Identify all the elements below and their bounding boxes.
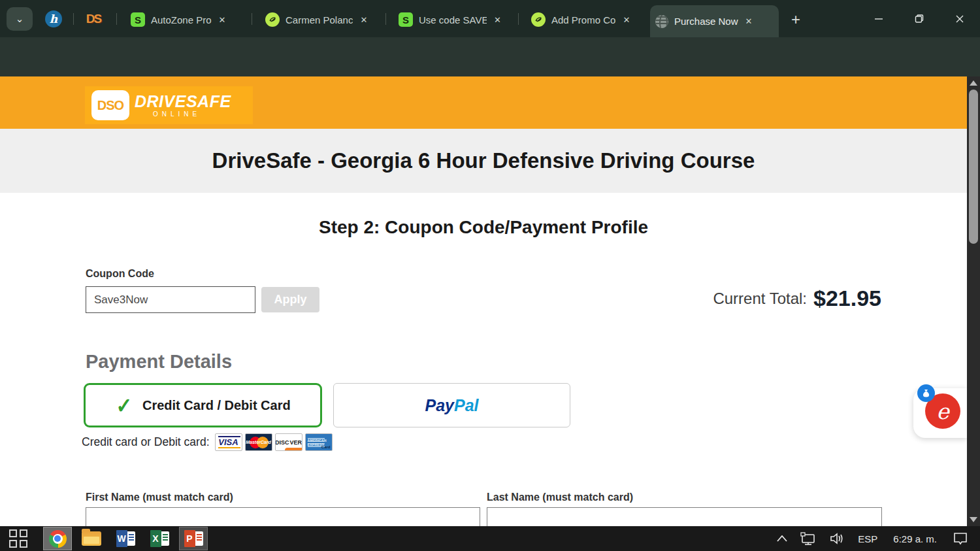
browser-toolbar: my.drivesafeonline.org/registration.aspx… — [0, 37, 980, 76]
paypal-option[interactable]: PayPal — [333, 383, 570, 427]
tab-title: Use code SAVE — [419, 14, 487, 25]
drivesafe-favicon: DS — [86, 12, 101, 26]
notification-center-button[interactable] — [946, 526, 980, 551]
taskbar: W X P ESP 6:29 a. m. — [0, 526, 980, 551]
last-name-label: Last Name (must match card) — [487, 492, 633, 503]
screen: ⌄ h DS S AutoZone Pro ✕ Carmen Polanc ✕ … — [0, 0, 980, 551]
course-title: DriveSafe - Georgia 6 Hour Defensive Dri… — [212, 148, 755, 173]
current-total-label: Current Total: — [713, 290, 807, 308]
credit-card-option-label: Credit Card / Debit Card — [142, 398, 291, 413]
tab-title: Purchase Now — [674, 16, 738, 27]
scroll-down-button[interactable] — [967, 513, 980, 526]
drivesafe-logo[interactable]: DSO DRIVESAFE ONLINE — [85, 86, 253, 124]
accepted-cards-label: Credit card or Debit card: — [82, 435, 210, 449]
tab-add-promo[interactable]: Add Promo Co ✕ — [526, 7, 642, 33]
taskbar-excel-button[interactable]: X — [145, 527, 174, 550]
chevron-down-icon: ⌄ — [16, 13, 24, 25]
tab-autozone[interactable]: S AutoZone Pro ✕ — [125, 7, 242, 33]
minimize-button[interactable] — [862, 0, 895, 37]
money-bag-icon — [917, 384, 935, 402]
logo-name: DRIVESAFE — [135, 93, 231, 110]
maximize-icon — [915, 14, 924, 24]
new-tab-button[interactable]: + — [785, 9, 806, 30]
tab-close-button[interactable]: ✕ — [742, 15, 756, 27]
tab-title: Add Promo Co — [551, 14, 615, 25]
amex-card-icon: AMERICAN EXPRESSCard — [305, 433, 333, 451]
logo-subtitle: ONLINE — [153, 111, 231, 118]
tab-divider — [518, 13, 519, 25]
visa-card-icon: VISA — [215, 433, 242, 451]
credit-card-option[interactable]: ✓ Credit Card / Debit Card — [84, 383, 322, 427]
clock[interactable]: 6:29 a. m. — [884, 526, 946, 551]
language-indicator[interactable]: ESP — [851, 526, 884, 551]
coupon-code-input[interactable] — [86, 286, 255, 313]
maximize-button[interactable] — [903, 0, 936, 37]
deals-favicon: S — [131, 12, 145, 27]
tab-use-code[interactable]: S Use code SAVE ✕ — [393, 7, 510, 33]
page-scrollbar[interactable] — [967, 76, 980, 526]
scrollbar-thumb[interactable] — [969, 90, 978, 244]
current-total-amount: $21.95 — [813, 286, 881, 311]
start-button[interactable] — [9, 529, 27, 548]
tab-divider — [116, 13, 117, 25]
check-icon: ✓ — [116, 393, 133, 418]
coupon-code-label: Coupon Code — [86, 268, 154, 280]
tab-close-button[interactable]: ✕ — [357, 14, 370, 26]
tab-purchase-now-active[interactable]: Purchase Now ✕ — [650, 5, 779, 37]
title-band: DriveSafe - Georgia 6 Hour Defensive Dri… — [0, 129, 967, 193]
apply-button[interactable]: Apply — [261, 287, 319, 312]
first-name-label: First Name (must match card) — [86, 492, 233, 503]
discover-card-icon: DISCVER — [275, 433, 302, 451]
pinned-tab-drivesafe[interactable]: DS — [85, 10, 102, 27]
taskbar-explorer-button[interactable] — [77, 527, 106, 550]
system-tray: ESP 6:29 a. m. — [770, 526, 980, 551]
accepted-cards-row: Credit card or Debit card: VISA MasterCa… — [82, 433, 335, 451]
globe-favicon — [655, 15, 668, 28]
tab-close-button[interactable]: ✕ — [491, 14, 504, 26]
taskbar-powerpoint-button[interactable]: P — [179, 527, 208, 550]
tab-close-button[interactable]: ✕ — [216, 14, 229, 26]
tab-carmen[interactable]: Carmen Polanc ✕ — [260, 7, 376, 33]
tab-divider — [252, 13, 252, 25]
tab-title: AutoZone Pro — [151, 14, 212, 25]
chrome-icon — [49, 530, 67, 548]
payment-details-heading: Payment Details — [86, 351, 232, 373]
site-banner: DSO DRIVESAFE ONLINE — [0, 76, 967, 129]
paypal-logo: Pay — [425, 396, 453, 415]
current-total: Current Total: $21.95 — [713, 286, 881, 311]
last-name-input[interactable] — [487, 507, 882, 526]
tab-bar: ⌄ h DS S AutoZone Pro ✕ Carmen Polanc ✕ … — [0, 0, 980, 37]
coupon-widget[interactable]: e — [913, 388, 967, 438]
word-icon: W — [116, 530, 135, 547]
page-content: DSO DRIVESAFE ONLINE DriveSafe - Georgia… — [0, 76, 967, 526]
first-name-input[interactable] — [86, 507, 480, 526]
network-icon[interactable] — [794, 526, 823, 551]
deals-favicon: S — [399, 12, 413, 27]
file-explorer-icon — [82, 531, 101, 546]
drivesafe-logo-mark: DSO — [91, 90, 129, 120]
excel-icon: X — [150, 530, 169, 547]
mastercard-card-icon: MasterCard — [245, 433, 272, 451]
coupon-favicon — [531, 12, 546, 27]
tab-close-button[interactable]: ✕ — [619, 14, 633, 26]
taskbar-chrome-button[interactable] — [43, 527, 72, 550]
minimize-icon — [874, 14, 883, 24]
coupon-favicon — [265, 12, 280, 27]
close-window-button[interactable] — [943, 0, 976, 37]
close-icon — [955, 14, 964, 24]
scroll-up-button[interactable] — [967, 76, 980, 90]
pinned-tab-honey[interactable]: h — [45, 10, 62, 27]
tab-divider — [73, 13, 74, 25]
taskbar-word-button[interactable]: W — [111, 527, 140, 550]
tab-divider — [385, 13, 386, 25]
volume-icon[interactable] — [823, 526, 851, 551]
tab-title: Carmen Polanc — [286, 14, 353, 25]
tray-expand-button[interactable] — [770, 526, 794, 551]
step-title: Step 2: Coupon Code/Payment Profile — [0, 217, 967, 238]
honey-favicon: h — [45, 10, 62, 27]
powerpoint-icon: P — [184, 530, 203, 547]
tab-search-button[interactable]: ⌄ — [7, 7, 33, 31]
